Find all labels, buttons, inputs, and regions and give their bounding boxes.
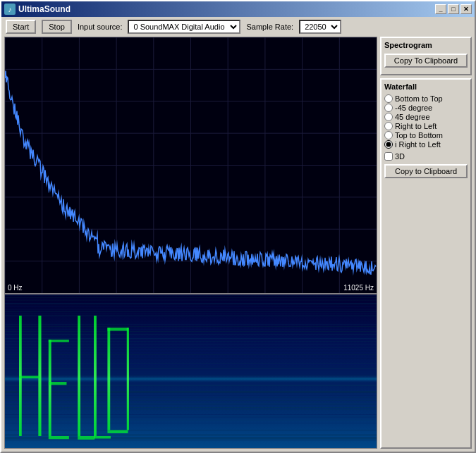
toolbar: Start Stop Input source: 0 SoundMAX Digi… (1, 17, 475, 37)
spectrum-canvas (5, 37, 377, 293)
waterfall-radio-1[interactable] (384, 104, 393, 112)
waterfall-display (4, 294, 377, 449)
input-source-dropdown[interactable]: 0 SoundMAX Digital Audio (128, 20, 240, 34)
main-content: 0 Hz 11025 Hz Spectrogram Copy To Clipbo… (1, 37, 475, 452)
spectrogram-panel: Spectrogram Copy To Clipboard (380, 37, 472, 75)
title-bar-controls: _ □ ✕ (435, 4, 472, 14)
waterfall-radio-group: Bottom to Top -45 degree 45 degree Right… (384, 94, 468, 149)
sample-rate-label: Sample Rate: (246, 23, 293, 31)
waterfall-option-5-label: i Right to Left (395, 140, 441, 149)
freq-label-right: 11025 Hz (343, 284, 374, 292)
spectrogram-panel-title: Spectrogram (384, 41, 468, 49)
waterfall-radio-4[interactable] (384, 131, 393, 139)
maximize-button[interactable]: □ (448, 4, 459, 14)
waterfall-panel: Waterfall Bottom to Top -45 degree 45 de… (380, 78, 472, 449)
waterfall-option-2[interactable]: 45 degree (384, 113, 468, 121)
checkbox-3d[interactable] (384, 152, 393, 161)
waterfall-option-4[interactable]: Top to Bottom (384, 131, 468, 139)
close-button[interactable]: ✕ (460, 4, 472, 14)
checkbox-3d-label: 3D (395, 152, 405, 161)
stop-button[interactable]: Stop (42, 20, 72, 34)
waterfall-radio-2[interactable] (384, 113, 393, 121)
waterfall-option-1[interactable]: -45 degree (384, 104, 468, 112)
input-source-label: Input source: (78, 23, 123, 31)
copy-to-clipboard-spectrogram-button[interactable]: Copy To Clipboard (384, 54, 468, 68)
start-button[interactable]: Start (6, 20, 36, 34)
right-panel: Spectrogram Copy To Clipboard Waterfall … (380, 37, 472, 449)
spectrum-display: 0 Hz 11025 Hz (4, 37, 377, 294)
sample-rate-dropdown[interactable]: 22050 (299, 20, 341, 34)
minimize-button[interactable]: _ (435, 4, 446, 14)
waterfall-option-5[interactable]: i Right to Left (384, 140, 468, 149)
waterfall-radio-5[interactable] (384, 140, 393, 149)
title-bar: ♪ UltimaSound _ □ ✕ (1, 1, 475, 17)
waterfall-option-1-label: -45 degree (395, 104, 432, 112)
window-title: UltimaSound (18, 4, 435, 14)
waterfall-option-3-label: Right to Left (395, 122, 437, 130)
waterfall-radio-0[interactable] (384, 94, 393, 103)
waterfall-option-2-label: 45 degree (395, 113, 430, 121)
waterfall-option-3[interactable]: Right to Left (384, 122, 468, 130)
copy-clipboard-waterfall-button[interactable]: Copy to Clipboard (384, 164, 468, 178)
freq-label-left: 0 Hz (8, 284, 23, 292)
waterfall-option-0-label: Bottom to Top (395, 94, 443, 103)
checkbox-3d-item[interactable]: 3D (384, 152, 468, 161)
left-panel: 0 Hz 11025 Hz (4, 37, 377, 449)
main-window: ♪ UltimaSound _ □ ✕ Start Stop Input sou… (0, 0, 476, 453)
waterfall-panel-title: Waterfall (384, 82, 468, 91)
waterfall-canvas (5, 294, 377, 448)
waterfall-option-0[interactable]: Bottom to Top (384, 94, 468, 103)
waterfall-option-4-label: Top to Bottom (395, 131, 443, 139)
waterfall-radio-3[interactable] (384, 122, 393, 130)
app-icon: ♪ (4, 4, 16, 15)
